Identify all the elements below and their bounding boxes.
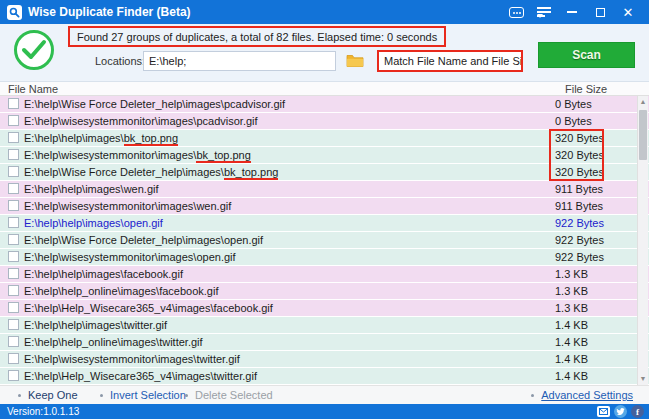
path-prefix: E:\help\wisesystemmonitor\images\ <box>24 251 196 263</box>
file-path: E:\help\Wise Force Deleter_help\images\o… <box>24 232 263 248</box>
row-checkbox[interactable] <box>8 200 19 211</box>
file-size: 1.4 KB <box>555 351 588 367</box>
column-file-name[interactable]: File Name <box>8 82 58 96</box>
row-checkbox[interactable] <box>8 353 19 364</box>
header: Found 27 groups of duplicates, a total o… <box>0 24 649 82</box>
file-path: E:\help\Wise Force Deleter_help\images\b… <box>24 164 278 180</box>
table-row[interactable]: E:\help\wisesystemmonitor\images\open.gi… <box>0 249 649 266</box>
file-name: twitter.gif <box>124 319 167 331</box>
row-checkbox[interactable] <box>8 319 19 330</box>
table-row[interactable]: E:\help\Wise Force Deleter_help\images\p… <box>0 96 649 113</box>
match-mode-value: Match File Name and File Size (... <box>384 55 523 67</box>
table-row[interactable]: E:\help\wisesystemmonitor\images\wen.gif… <box>0 198 649 215</box>
file-name: twitter.gif <box>196 353 239 365</box>
table-row[interactable]: E:\help\Help_Wisecare365_v4\images\twitt… <box>0 368 649 385</box>
path-prefix: E:\help\Help_Wisecare365_v4\images\ <box>24 370 214 382</box>
vertical-scrollbar[interactable]: ▲ ▼ <box>637 96 648 385</box>
table-row[interactable]: E:\help\help\images\bk_top.png 320 Bytes <box>0 130 649 147</box>
locations-input[interactable] <box>143 51 336 71</box>
bullet-icon <box>185 394 188 397</box>
path-prefix: E:\help\wisesystemmonitor\images\ <box>24 200 196 212</box>
file-path: E:\help\Help_Wisecare365_v4\images\twitt… <box>24 368 257 384</box>
bullet-icon <box>531 394 534 397</box>
row-checkbox[interactable] <box>8 183 19 194</box>
scrollbar-thumb[interactable] <box>639 110 647 160</box>
file-name: pcadvisor.gif <box>196 115 257 127</box>
table-row[interactable]: E:\help\help_online\images\twitter.gif 1… <box>0 334 649 351</box>
keep-one-button[interactable]: Keep One <box>18 386 78 404</box>
row-checkbox[interactable] <box>8 234 19 245</box>
bullet-icon <box>100 394 103 397</box>
file-name: facebook.gif <box>214 302 273 314</box>
invert-selection-button[interactable]: Invert Selection <box>100 386 186 404</box>
titlebar-buttons: ✕ <box>502 0 642 24</box>
bullet-icon <box>18 394 21 397</box>
table-row[interactable]: E:\help\help\images\twitter.gif 1.4 KB <box>0 317 649 334</box>
mail-icon[interactable] <box>597 406 610 417</box>
file-size: 1.4 KB <box>555 368 588 384</box>
row-checkbox[interactable] <box>8 98 19 109</box>
file-name: twitter.gif <box>159 336 202 348</box>
file-path: E:\help\help\images\facebook.gif <box>24 266 183 282</box>
row-checkbox[interactable] <box>8 149 19 160</box>
row-checkbox[interactable] <box>8 285 19 296</box>
file-path: E:\help\help\images\bk_top.png <box>24 130 178 146</box>
twitter-icon[interactable] <box>614 405 627 418</box>
file-path: E:\help\Wise Force Deleter_help\images\p… <box>24 96 285 112</box>
table-row[interactable]: E:\help\help\images\wen.gif 911 Bytes <box>0 181 649 198</box>
table-row[interactable]: E:\help\help\images\open.gif 922 Bytes <box>0 215 649 232</box>
row-checkbox[interactable] <box>8 336 19 347</box>
file-name: wen.gif <box>124 183 159 195</box>
path-prefix: E:\help\help_online\images\ <box>24 285 159 297</box>
social-icons: f <box>597 405 644 418</box>
table-row[interactable]: E:\help\Wise Force Deleter_help\images\b… <box>0 164 649 181</box>
path-prefix: E:\help\Wise Force Deleter_help\images\ <box>24 166 224 178</box>
file-size: 1.3 KB <box>555 266 588 282</box>
row-checkbox[interactable] <box>8 302 19 313</box>
menu-icon[interactable] <box>530 0 558 24</box>
file-path: E:\help\wisesystemmonitor\images\wen.gif <box>24 198 231 214</box>
match-mode-dropdown[interactable]: Match File Name and File Size (... ▼ <box>377 50 523 72</box>
scan-button[interactable]: Scan <box>538 42 635 68</box>
file-size: 1.4 KB <box>555 334 588 350</box>
table-row[interactable]: E:\help\wisesystemmonitor\images\bk_top.… <box>0 147 649 164</box>
browse-folder-button[interactable] <box>343 51 367 71</box>
row-checkbox[interactable] <box>8 268 19 279</box>
row-checkbox[interactable] <box>8 370 19 381</box>
file-name: facebook.gif <box>159 285 218 297</box>
statusbar: Version:1.0.1.13 f <box>0 404 649 419</box>
file-name: bk_top.png <box>224 166 278 180</box>
minimize-button[interactable] <box>558 0 586 24</box>
path-prefix: E:\help\Help_Wisecare365_v4\images\ <box>24 302 214 314</box>
row-checkbox[interactable] <box>8 251 19 262</box>
file-size: 0 Bytes <box>555 113 592 129</box>
column-file-size[interactable]: File Size <box>565 82 607 96</box>
table-row[interactable]: E:\help\Help_Wisecare365_v4\images\faceb… <box>0 300 649 317</box>
row-checkbox[interactable] <box>8 217 19 228</box>
scroll-up-icon[interactable]: ▲ <box>638 96 648 108</box>
file-path: E:\help\help\images\twitter.gif <box>24 317 167 333</box>
row-checkbox[interactable] <box>8 132 19 143</box>
table-row[interactable]: E:\help\wisesystemmonitor\images\pcadvis… <box>0 113 649 130</box>
file-name: open.gif <box>224 234 263 246</box>
table-row[interactable]: E:\help\help_online\images\facebook.gif … <box>0 283 649 300</box>
advanced-settings-link[interactable]: Advanced Settings <box>531 386 633 404</box>
file-path: E:\help\wisesystemmonitor\images\open.gi… <box>24 249 236 265</box>
table-row[interactable]: E:\help\help\images\facebook.gif 1.3 KB <box>0 266 649 283</box>
scroll-down-icon[interactable]: ▼ <box>638 373 648 385</box>
facebook-icon[interactable]: f <box>631 405 644 418</box>
row-checkbox[interactable] <box>8 166 19 177</box>
table-row[interactable]: E:\help\Wise Force Deleter_help\images\o… <box>0 232 649 249</box>
feedback-icon[interactable] <box>502 0 530 24</box>
row-checkbox[interactable] <box>8 115 19 126</box>
table-column-header: File Name File Size <box>0 82 649 96</box>
titlebar: Wise Duplicate Finder (Beta) ✕ <box>0 0 649 24</box>
locations-label: Locations: <box>95 55 145 67</box>
path-prefix: E:\help\help\images\ <box>24 132 124 144</box>
table-row[interactable]: E:\help\wisesystemmonitor\images\twitter… <box>0 351 649 368</box>
close-button[interactable]: ✕ <box>614 0 642 24</box>
file-size: 911 Bytes <box>555 181 603 197</box>
file-path: E:\help\help\images\open.gif <box>24 215 163 231</box>
file-size: 922 Bytes <box>555 232 604 248</box>
maximize-button[interactable] <box>586 0 614 24</box>
